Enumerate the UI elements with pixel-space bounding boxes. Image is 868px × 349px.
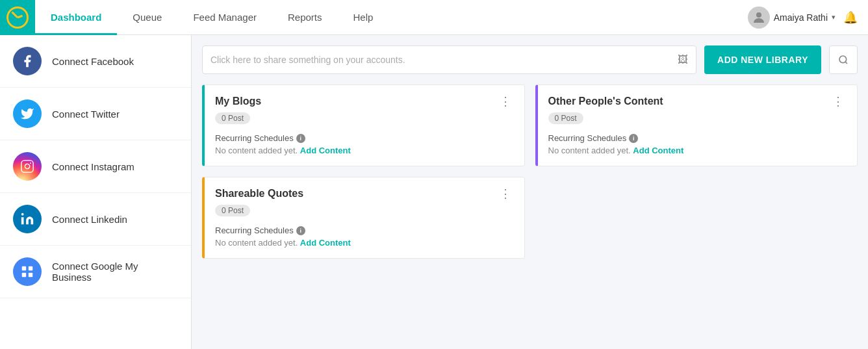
info-icon: i	[629, 134, 638, 143]
sidebar-twitter-label: Connect Twitter	[52, 109, 120, 120]
sidebar-item-twitter[interactable]: Connect Twitter	[0, 88, 191, 140]
card-header: My Blogs ⋮	[215, 96, 514, 107]
sidebar: Connect Facebook Connect Twitter Connect…	[0, 35, 192, 349]
svg-line-10	[845, 62, 847, 64]
feed-card-shareable-quotes: Shareable Quotes ⋮ 0 Post Recurring Sche…	[202, 177, 525, 259]
svg-point-0	[756, 12, 761, 18]
nav-item-queue[interactable]: Queue	[117, 1, 177, 35]
sidebar-item-instagram[interactable]: Connect Instagram	[0, 140, 191, 193]
feed-card-my-blogs: My Blogs ⋮ 0 Post Recurring Schedules i …	[202, 84, 525, 166]
post-count-badge: 0 Post	[215, 112, 250, 124]
nav-item-feed-manager[interactable]: Feed Manager	[177, 1, 272, 35]
recurring-label: Recurring Schedules i	[215, 226, 514, 235]
feed-card-other-peoples-content: Other People's Content ⋮ 0 Post Recurrin…	[535, 84, 858, 166]
notifications-bell[interactable]: 🔔	[843, 10, 858, 25]
nav-right: Amaiya Rathi ▾ 🔔	[748, 6, 868, 29]
add-content-link[interactable]: Add Content	[300, 146, 351, 155]
svg-rect-5	[22, 266, 26, 270]
nav-item-dashboard[interactable]: Dashboard	[35, 1, 117, 35]
sidebar-item-google[interactable]: Connect Google My Business	[0, 246, 191, 298]
svg-point-4	[21, 213, 24, 216]
svg-rect-8	[29, 273, 32, 277]
share-input[interactable]: Click here to share something on your ac…	[202, 45, 696, 74]
card-header: Other People's Content ⋮	[548, 96, 847, 107]
main-content: Click here to share something on your ac…	[192, 35, 868, 349]
search-icon	[838, 55, 849, 65]
post-count-badge: 0 Post	[548, 112, 583, 124]
nav-items: Dashboard Queue Feed Manager Reports Hel…	[35, 0, 748, 34]
linkedin-icon	[13, 205, 42, 233]
info-icon: i	[296, 134, 305, 143]
recurring-label: Recurring Schedules i	[215, 133, 514, 143]
search-button[interactable]	[829, 45, 858, 74]
twitter-icon	[13, 99, 42, 128]
logo-icon	[6, 6, 29, 29]
sidebar-item-linkedin[interactable]: Connect Linkedin	[0, 193, 191, 246]
sidebar-linkedin-label: Connect Linkedin	[52, 214, 127, 225]
post-count-badge: 0 Post	[215, 205, 250, 216]
image-icon: 🖼	[678, 54, 688, 66]
add-library-button[interactable]: ADD NEW LIBRARY	[704, 45, 821, 74]
card-title: Shareable Quotes	[215, 188, 303, 200]
share-placeholder-text: Click here to share something on your ac…	[211, 55, 405, 65]
user-name: Amaiya Rathi	[774, 12, 828, 23]
svg-rect-6	[29, 266, 32, 270]
svg-rect-1	[21, 161, 33, 172]
svg-point-9	[839, 56, 847, 63]
card-header: Shareable Quotes ⋮	[215, 188, 514, 200]
google-icon	[13, 257, 42, 286]
nav-item-help[interactable]: Help	[338, 1, 389, 35]
card-menu-button[interactable]: ⋮	[497, 96, 514, 107]
instagram-icon	[13, 152, 42, 181]
cards-grid: My Blogs ⋮ 0 Post Recurring Schedules i …	[202, 84, 858, 259]
share-bar: Click here to share something on your ac…	[202, 45, 858, 74]
info-icon: i	[296, 226, 305, 235]
user-area[interactable]: Amaiya Rathi ▾	[748, 6, 836, 29]
no-content-text: No content added yet. Add Content	[215, 146, 514, 155]
nav-item-reports[interactable]: Reports	[272, 1, 338, 35]
svg-rect-7	[22, 273, 26, 277]
add-content-link[interactable]: Add Content	[300, 238, 351, 248]
logo[interactable]	[0, 0, 35, 35]
sidebar-item-facebook[interactable]: Connect Facebook	[0, 35, 191, 88]
card-menu-button[interactable]: ⋮	[497, 188, 514, 200]
top-nav: Dashboard Queue Feed Manager Reports Hel…	[0, 0, 868, 35]
chevron-down-icon: ▾	[832, 13, 836, 21]
add-content-link[interactable]: Add Content	[633, 146, 683, 155]
no-content-text: No content added yet. Add Content	[215, 238, 514, 248]
svg-rect-3	[21, 217, 24, 224]
user-avatar-icon	[751, 10, 767, 25]
card-title: My Blogs	[215, 96, 261, 107]
sidebar-facebook-label: Connect Facebook	[52, 56, 134, 67]
sidebar-instagram-label: Connect Instagram	[52, 161, 134, 172]
facebook-icon	[13, 47, 42, 75]
no-content-text: No content added yet. Add Content	[548, 146, 847, 155]
card-menu-button[interactable]: ⋮	[830, 96, 847, 107]
recurring-label: Recurring Schedules i	[548, 133, 847, 143]
card-title: Other People's Content	[548, 96, 663, 107]
avatar	[748, 6, 770, 29]
main-layout: Connect Facebook Connect Twitter Connect…	[0, 35, 868, 349]
sidebar-google-label: Connect Google My Business	[52, 261, 178, 283]
